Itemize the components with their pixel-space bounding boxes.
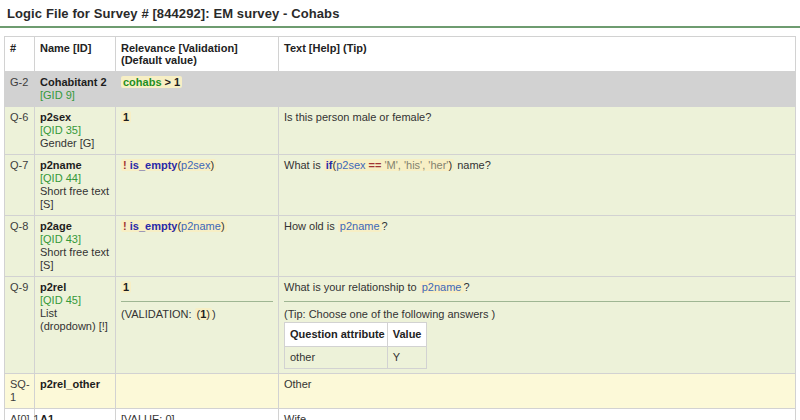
expression-variable-link[interactable]: p2sex bbox=[181, 159, 210, 171]
cell-text: What is your relationship to p2name? bbox=[284, 281, 790, 294]
name-cell: p2sex[QID 35]Gender [G] bbox=[35, 107, 116, 155]
text-fragment: (Tip: Choose one of the following answer… bbox=[284, 308, 495, 320]
column-header-relevance: Relevance [Validation] (Default value) bbox=[116, 37, 279, 72]
text-fragment: What is bbox=[284, 159, 324, 171]
column-header-number: # bbox=[5, 37, 35, 72]
question-id: [QID 43] bbox=[40, 233, 110, 246]
attribute-table: Question attributeValueotherY bbox=[284, 322, 427, 369]
page-title: Logic File for Survey # [844292]: EM sur… bbox=[0, 0, 800, 26]
logic-table: # Name [ID] Relevance [Validation] (Defa… bbox=[4, 36, 796, 420]
em-expression-chip: 1 bbox=[121, 281, 131, 293]
expression-function: is_empty bbox=[130, 159, 178, 171]
em-expression-chip: p2name bbox=[420, 281, 464, 293]
table-row: G-2Cohabitant 2[GID 9]cohabs > 1 bbox=[5, 72, 796, 107]
text-fragment: Other bbox=[284, 378, 312, 390]
table-row: Q-8p2age[QID 43]Short free text [S]! is_… bbox=[5, 216, 796, 277]
em-expression-chip: ! is_empty(p2name) bbox=[121, 220, 227, 232]
expression-variable-link[interactable]: p2name bbox=[340, 220, 380, 232]
row-number-cell: G-2 bbox=[5, 72, 35, 107]
cell-text: What is if(p2sex == 'M', 'his', 'her') n… bbox=[284, 159, 790, 172]
question-type: Short free text [S] bbox=[40, 185, 110, 211]
cell-divider bbox=[284, 301, 790, 302]
table-row: SQ-1p2rel_otherOther bbox=[5, 374, 796, 409]
expression-token: 1 bbox=[123, 281, 129, 293]
question-type: Short free text [S] bbox=[40, 246, 110, 272]
name-cell: p2rel_other bbox=[35, 374, 116, 409]
question-id: [QID 44] bbox=[40, 172, 110, 185]
relevance-cell: 1 bbox=[116, 107, 279, 155]
text-fragment: How old is bbox=[284, 220, 338, 232]
table-row: Q-9p2rel[QID 45]List (dropdown) [!]1(VAL… bbox=[5, 277, 796, 374]
cell-text: cohabs > 1 bbox=[121, 76, 273, 89]
relevance-cell: [VALUE: 0] bbox=[116, 409, 279, 420]
question-type: List (dropdown) [!] bbox=[40, 307, 110, 333]
row-number-cell: Q-9 bbox=[5, 277, 35, 374]
text-cell: What is if(p2sex == 'M', 'his', 'her') n… bbox=[279, 155, 796, 216]
row-number-cell: Q-8 bbox=[5, 216, 35, 277]
attribute-table-header-row: Question attributeValue bbox=[285, 323, 427, 347]
attribute-cell: other bbox=[285, 347, 388, 369]
text-cell: Wife bbox=[279, 409, 796, 420]
em-expression-chip: ! is_empty(p2sex) bbox=[121, 159, 216, 171]
cell-text: ! is_empty(p2name) bbox=[121, 220, 273, 233]
relevance-cell: cohabs > 1 bbox=[116, 72, 279, 107]
expression-token: == bbox=[369, 159, 382, 171]
expression-variable-link[interactable]: p2sex bbox=[336, 159, 365, 171]
name-cell: p2rel[QID 45]List (dropdown) [!] bbox=[35, 277, 116, 374]
question-name[interactable]: p2age bbox=[40, 220, 110, 233]
expression-variable-link[interactable]: p2name bbox=[422, 281, 462, 293]
cell-text: (Tip: Choose one of the following answer… bbox=[284, 308, 790, 321]
text-fragment: What is your relationship to bbox=[284, 281, 420, 293]
table-row: A[0]-1A1[VALUE: 0]Wife bbox=[5, 409, 796, 420]
cell-divider bbox=[121, 301, 273, 302]
attribute-table-header: Value bbox=[387, 323, 427, 347]
em-expression-chip: if(p2sex == 'M', 'his', 'her') bbox=[324, 159, 454, 171]
expression-token: 1 bbox=[123, 111, 129, 123]
text-fragment: Wife bbox=[284, 413, 306, 420]
question-id: [GID 9] bbox=[40, 89, 110, 102]
relevance-cell: ! is_empty(p2name) bbox=[116, 216, 279, 277]
question-type: Gender [G] bbox=[40, 137, 110, 150]
name-cell: A1 bbox=[35, 409, 116, 420]
text-cell bbox=[279, 72, 796, 107]
logic-table-body: G-2Cohabitant 2[GID 9]cohabs > 1Q-6p2sex… bbox=[5, 72, 796, 420]
relevance-cell: ! is_empty(p2sex) bbox=[116, 155, 279, 216]
em-expression-chip: (1) bbox=[195, 308, 212, 320]
header-row: # Name [ID] Relevance [Validation] (Defa… bbox=[5, 37, 796, 72]
cell-text: Wife bbox=[284, 413, 790, 420]
question-name[interactable]: Cohabitant 2 bbox=[40, 76, 110, 89]
column-header-name: Name [ID] bbox=[35, 37, 116, 72]
cell-text: [VALUE: 0] bbox=[121, 413, 273, 420]
cell-text: Is this person male or female? bbox=[284, 111, 790, 124]
text-fragment: ? bbox=[464, 281, 470, 293]
expression-variable-link[interactable]: p2name bbox=[181, 220, 221, 232]
text-fragment: [VALUE: 0] bbox=[121, 413, 175, 420]
text-cell: How old is p2name? bbox=[279, 216, 796, 277]
cell-text: ! is_empty(p2sex) bbox=[121, 159, 273, 172]
text-cell: Other bbox=[279, 374, 796, 409]
text-cell: What is your relationship to p2name?(Tip… bbox=[279, 277, 796, 374]
title-underline bbox=[0, 26, 800, 28]
row-number-cell: Q-7 bbox=[5, 155, 35, 216]
relevance-cell bbox=[116, 374, 279, 409]
row-number-cell: Q-6 bbox=[5, 107, 35, 155]
em-expression-chip: 1 bbox=[121, 111, 131, 123]
text-fragment: name? bbox=[454, 159, 491, 171]
expression-token: ) bbox=[210, 159, 214, 171]
name-cell: p2name[QID 44]Short free text [S] bbox=[35, 155, 116, 216]
name-cell: p2age[QID 43]Short free text [S] bbox=[35, 216, 116, 277]
text-fragment: Is this person male or female? bbox=[284, 111, 431, 123]
text-fragment: (VALIDATION: bbox=[121, 308, 195, 320]
em-expression-chip: cohabs > 1 bbox=[121, 76, 182, 88]
cell-text: How old is p2name? bbox=[284, 220, 790, 233]
question-name[interactable]: p2sex bbox=[40, 111, 110, 124]
question-name[interactable]: p2name bbox=[40, 159, 110, 172]
cell-text: Other bbox=[284, 378, 790, 391]
cell-text: (VALIDATION: (1)) bbox=[121, 308, 273, 321]
cell-text: 1 bbox=[121, 111, 273, 124]
question-name[interactable]: p2rel bbox=[40, 281, 110, 294]
attribute-cell: Y bbox=[387, 347, 427, 369]
relevance-cell: 1(VALIDATION: (1)) bbox=[116, 277, 279, 374]
question-name: A1 bbox=[40, 413, 110, 420]
expression-group-variable: cohabs bbox=[123, 76, 162, 88]
